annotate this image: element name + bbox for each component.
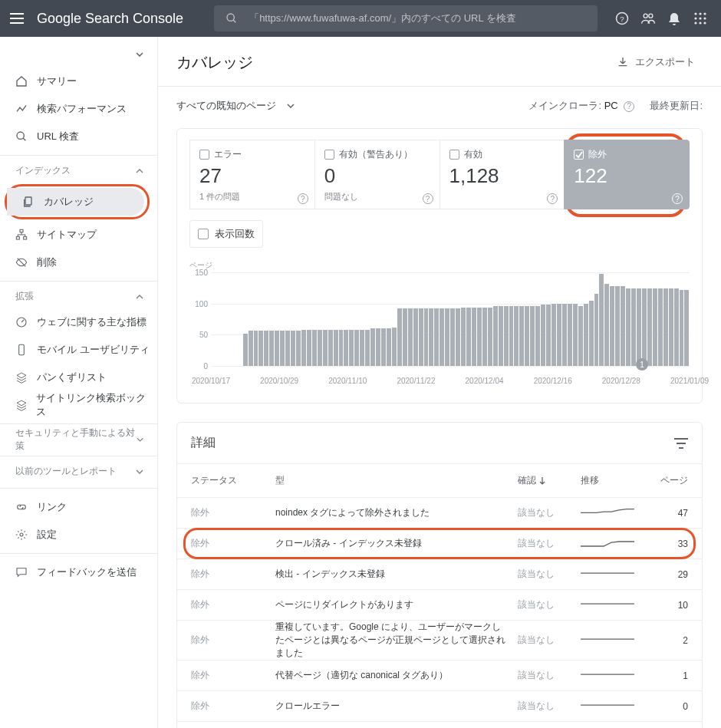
home-icon [15, 75, 37, 87]
main: カバレッジ エクスポート すべての既知のページ メインクローラ: PC ? 最終… [158, 37, 721, 728]
layers-icon [15, 399, 36, 411]
status-cards: エラー271 件の問題?有効（警告あり）0問題なし?有効1,128 ?除外122… [189, 140, 690, 209]
layers-icon [15, 371, 37, 384]
arrow-down-icon [539, 477, 545, 485]
svg-point-3 [644, 14, 647, 18]
sidebar-item-performance[interactable]: 検索パフォーマンス [0, 95, 150, 123]
table-pager: 1 ページあたりの行数: 10 1～7/7 [177, 721, 702, 728]
sidebar-item-cwv[interactable]: ウェブに関する主な指標 [0, 308, 150, 336]
property-selector[interactable] [0, 41, 157, 68]
sidebar-item-mobile[interactable]: モバイル ユーザビリティ [0, 336, 150, 364]
search-placeholder: 「https://www.fuwafuwa-af.com/」内のすべての URL… [249, 12, 516, 25]
svg-rect-20 [19, 344, 25, 354]
svg-point-6 [699, 12, 701, 15]
checkbox-icon [198, 229, 209, 239]
download-icon [617, 56, 629, 68]
apps-icon[interactable] [687, 12, 713, 25]
svg-rect-18 [24, 237, 27, 239]
svg-rect-16 [20, 229, 23, 232]
sidebar-item-coverage[interactable]: カバレッジ [7, 188, 144, 216]
url-search[interactable]: 「https://www.fuwafuwa-af.com/」内のすべての URL… [214, 5, 598, 31]
table-row[interactable]: 除外代替ページ（適切な canonical タグあり）該当なし1 [177, 660, 702, 690]
table-row[interactable]: 除外noindex タグによって除外されました該当なし47 [177, 497, 702, 528]
svg-point-11 [694, 21, 696, 24]
sidebar-item-links[interactable]: リンク [0, 493, 150, 521]
status-card-有効（警告あり）[interactable]: 有効（警告あり）0問題なし? [314, 140, 440, 209]
chart-marker[interactable]: 1 [636, 358, 648, 371]
details-panel: 詳細 ステータス 型 確認 推移 ページ 除外noindex タグによって除外さ… [176, 422, 703, 728]
table-row[interactable]: 除外クロールエラー該当なし0 [177, 690, 702, 721]
chevron-up-icon [136, 295, 143, 299]
svg-point-14 [17, 132, 24, 139]
chart-line-icon [15, 103, 37, 115]
svg-text:?: ? [620, 15, 624, 23]
pages-icon [22, 196, 44, 208]
filter-icon[interactable] [674, 438, 688, 449]
status-card-有効[interactable]: 有効1,128 ? [440, 140, 565, 209]
chevron-up-icon [136, 169, 143, 173]
help-icon[interactable]: ? [423, 193, 433, 204]
svg-point-4 [649, 14, 653, 18]
status-card-除外[interactable]: 除外122 ? [564, 140, 690, 209]
bell-icon[interactable] [661, 12, 687, 25]
stats-panel: エラー271 件の問題?有効（警告あり）0問題なし?有効1,128 ?除外122… [176, 128, 703, 404]
table-row[interactable]: 除外重複しています。Google により、ユーザーがマークしたページとは異なるペ… [177, 620, 702, 660]
feedback-icon [15, 566, 37, 578]
table-row[interactable]: 除外ページにリダイレクトがあります該当なし10 [177, 589, 702, 620]
sidebar-item-breadcrumb[interactable]: パンくずリスト [0, 364, 150, 391]
help-icon[interactable]: ? [609, 12, 635, 25]
menu-icon[interactable] [8, 9, 26, 28]
help-icon[interactable]: ? [298, 193, 308, 204]
link-icon [15, 501, 37, 513]
eye-off-icon [15, 256, 37, 268]
sidebar-item-sitelinks[interactable]: サイトリンク検索ボックス [0, 391, 150, 419]
chevron-down-icon [136, 52, 143, 57]
app-bar: GoogleSearch Console 「https://www.fuwafu… [0, 0, 721, 37]
help-icon[interactable]: ? [672, 193, 683, 204]
sitemap-icon [15, 229, 37, 241]
coverage-chart: ページ 1 050100150 2020/10/172020/10/292020… [189, 260, 690, 389]
sidebar-section-security[interactable]: セキュリティと手動による対策 [0, 423, 157, 451]
page-filter-dropdown[interactable]: すべての既知のページ [176, 99, 295, 113]
svg-point-8 [694, 17, 696, 19]
chevron-down-icon [137, 437, 143, 442]
mobile-icon [15, 344, 37, 356]
sidebar-item-settings[interactable]: 設定 [0, 521, 150, 548]
page-title: カバレッジ [176, 52, 253, 73]
people-icon[interactable] [635, 12, 661, 25]
status-card-エラー[interactable]: エラー271 件の問題? [189, 140, 314, 209]
sidebar-item-sitemaps[interactable]: サイトマップ [0, 221, 150, 249]
help-icon[interactable]: ? [547, 193, 558, 204]
sidebar-item-removals[interactable]: 削除 [0, 249, 150, 276]
crawler-label: メインクローラ: PC ? [528, 99, 634, 113]
chevron-down-icon [287, 104, 295, 108]
svg-point-21 [20, 533, 23, 536]
sidebar-item-url-inspect[interactable]: URL 検査 [0, 123, 150, 150]
chevron-down-icon [136, 469, 143, 474]
sidebar: サマリー 検索パフォーマンス URL 検査 インデックス カバレッジ サイトマッ… [0, 37, 158, 728]
last-updated-label: 最終更新日: [650, 99, 703, 113]
sidebar-item-summary[interactable]: サマリー [0, 68, 150, 95]
sidebar-section-index[interactable]: インデックス [0, 155, 157, 183]
logo[interactable]: GoogleSearch Console [37, 11, 183, 27]
sidebar-section-legacy[interactable]: 以前のツールとレポート [0, 456, 157, 483]
sidebar-item-feedback[interactable]: フィードバックを送信 [0, 558, 150, 586]
details-title: 詳細 [191, 435, 216, 451]
svg-point-10 [703, 17, 706, 19]
help-icon[interactable]: ? [624, 101, 634, 112]
gear-icon [15, 529, 37, 541]
search-icon [225, 12, 239, 25]
sort-confirmation[interactable]: 確認 [518, 474, 581, 487]
impressions-toggle[interactable]: 表示回数 [189, 220, 263, 248]
svg-point-9 [699, 17, 701, 19]
export-button[interactable]: エクスポート [609, 51, 703, 74]
svg-point-7 [703, 12, 706, 15]
svg-point-13 [703, 21, 706, 24]
svg-point-5 [694, 12, 696, 15]
table-row[interactable]: 除外クロール済み - インデックス未登録該当なし33 [177, 528, 702, 558]
sidebar-section-enhance[interactable]: 拡張 [0, 281, 157, 308]
highlight-coverage: カバレッジ [5, 184, 150, 219]
table-row[interactable]: 除外検出 - インデックス未登録該当なし29 [177, 558, 702, 589]
svg-rect-17 [16, 237, 19, 239]
svg-point-12 [699, 21, 701, 24]
